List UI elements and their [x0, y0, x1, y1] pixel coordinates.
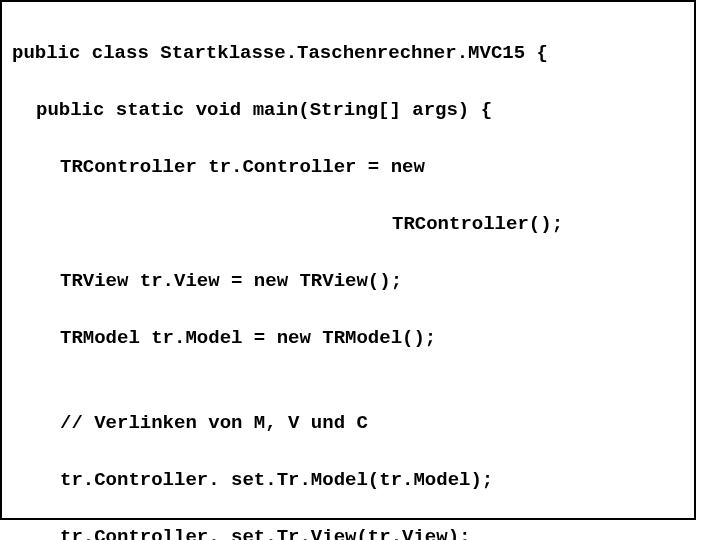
code-line: TRView tr.View = new TRView();	[12, 267, 684, 296]
code-line: // Verlinken von M, V und C	[12, 409, 684, 438]
code-line: TRController();	[12, 210, 684, 239]
code-line: TRModel tr.Model = new TRModel();	[12, 324, 684, 353]
code-line: tr.Controller. set.Tr.Model(tr.Model);	[12, 466, 684, 495]
code-line: public class Startklasse.Taschenrechner.…	[12, 39, 684, 68]
code-line: public static void main(String[] args) {	[12, 96, 684, 125]
code-line: tr.Controller. set.Tr.View(tr.View);	[12, 523, 684, 540]
code-block: public class Startklasse.Taschenrechner.…	[0, 0, 696, 520]
code-line: TRController tr.Controller = new	[12, 153, 684, 182]
